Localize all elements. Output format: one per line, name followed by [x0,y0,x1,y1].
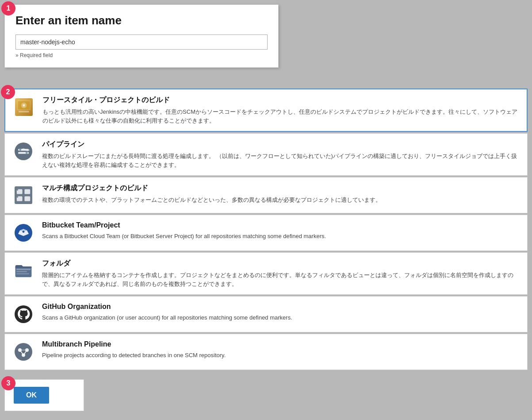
svg-rect-3 [19,111,29,112]
freestyle-title: フリースタイル・プロジェクトのビルド [42,96,520,105]
project-item-multiconfig[interactable]: マルチ構成プロジェクトのビルド 複数の環境でのテストや、プラットフォームごとのビ… [4,177,528,213]
svg-rect-22 [16,271,27,272]
multiconfig-desc: 複数の環境でのテストや、プラットフォームごとのビルドなどといった、多数の異なる構… [42,196,520,204]
github-org-title: GitHub Organization [42,303,520,311]
multibranch-info: Multibranch Pipeline Pipeline projects a… [42,340,520,360]
step1-badge: 1 [1,1,15,15]
svg-rect-23 [16,273,29,274]
freestyle-info: フリースタイル・プロジェクトのビルド もっとも汎用性の高いJenkinsの中核機… [42,96,520,125]
project-list-container: フリースタイル・プロジェクトのビルド もっとも汎用性の高いJenkinsの中核機… [4,89,528,420]
folder-icon [15,262,32,279]
github-org-info: GitHub Organization Scans a GitHub organ… [42,303,520,322]
svg-rect-13 [24,189,30,194]
pipeline-icon-container [12,140,35,163]
step1-title: Enter an item name [15,14,268,27]
pipeline-desc: 複数のビルドスレーブにまたがる長時間に渡る処理を編成します。 （以前は、ワークフ… [42,152,520,169]
svg-point-25 [15,343,32,361]
ok-button[interactable]: OK [14,387,49,404]
freestyle-icon-container [12,96,35,119]
svg-point-16 [17,189,18,190]
freestyle-icon [15,98,33,116]
project-item-freestyle[interactable]: フリースタイル・プロジェクトのビルド もっとも汎用性の高いJenkinsの中核機… [4,89,528,132]
svg-rect-11 [15,186,32,204]
svg-rect-21 [16,269,31,270]
folder-title: フォルダ [42,259,520,268]
project-item-folder[interactable]: フォルダ 階層的にアイテムを格納するコンテナを作成します。プロジェクトなどをまと… [4,252,528,295]
github-org-icon [15,305,32,323]
multiconfig-info: マルチ構成プロジェクトのビルド 複数の環境でのテストや、プラットフォームごとのビ… [42,184,520,204]
bitbucket-icon [15,224,32,242]
pipeline-icon [15,143,32,160]
folder-icon-container [12,259,35,282]
item-name-input[interactable] [15,35,268,50]
step3-panel: 3 OK [4,379,84,411]
project-item-multibranch[interactable]: Multibranch Pipeline Pipeline projects a… [4,334,528,370]
svg-point-10 [26,152,28,154]
page-container: 1 Enter an item name » Required field 2 [0,0,532,420]
multiconfig-icon-container [12,184,35,207]
svg-point-9 [19,149,21,151]
bitbucket-info: Bitbucket Team/Project Scans a Bitbucket… [42,221,520,241]
svg-point-19 [23,231,25,233]
multiconfig-icon [15,186,32,204]
bitbucket-desc: Scans a Bitbucket Cloud Team (or Bitbuck… [42,232,520,241]
bitbucket-icon-container [12,221,35,244]
freestyle-desc: もっとも汎用性の高いJenkinsの中核機能です。任意のSCMからソースコードを… [42,108,520,125]
github-org-icon-container [12,303,35,326]
multibranch-icon [15,343,32,361]
svg-point-17 [17,196,18,197]
step2-badge: 2 [1,85,15,99]
multibranch-desc: Pipeline projects according to detected … [42,351,520,360]
multibranch-title: Multibranch Pipeline [42,340,520,348]
required-field-label: » Required field [15,52,268,58]
pipeline-info: パイプライン 複数のビルドスレーブにまたがる長時間に渡る処理を編成します。 （以… [42,140,520,169]
folder-desc: 階層的にアイテムを格納するコンテナを作成します。プロジェクトなどをまとめるのに便… [42,271,520,288]
step3-badge: 3 [1,376,15,390]
bitbucket-title: Bitbucket Team/Project [42,221,520,229]
step1-panel: 1 Enter an item name » Required field [4,4,279,68]
svg-rect-5 [23,104,25,107]
multiconfig-title: マルチ構成プロジェクトのビルド [42,184,520,193]
pipeline-title: パイプライン [42,140,520,149]
project-item-bitbucket[interactable]: Bitbucket Team/Project Scans a Bitbucket… [4,215,528,251]
folder-info: フォルダ 階層的にアイテムを格納するコンテナを作成します。プロジェクトなどをまと… [42,259,520,288]
svg-rect-15 [24,196,30,201]
multibranch-icon-container [12,340,35,363]
svg-point-6 [15,143,32,160]
project-item-pipeline[interactable]: パイプライン 複数のビルドスレーブにまたがる長時間に渡る処理を編成します。 （以… [4,133,528,176]
project-item-github-org[interactable]: GitHub Organization Scans a GitHub organ… [4,296,528,332]
github-org-desc: Scans a GitHub organization (or user acc… [42,313,520,322]
